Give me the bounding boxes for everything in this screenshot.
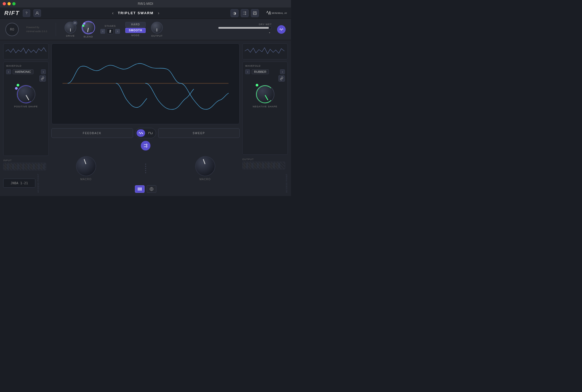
mode-smooth-button[interactable]: SMOOTH [125,28,146,33]
preset-next[interactable]: › [156,10,161,17]
divider-dot-1 [145,164,146,165]
top-right-buttons: ◑ [230,9,259,17]
mode-label: MODE [131,34,140,37]
negative-shape-mod-green [256,84,258,86]
shuffle-area [51,141,240,150]
macro2-knob[interactable] [195,156,215,176]
title-bar: Rift/1-MIDI [0,0,291,7]
positive-shape-group: POSITIVE SHAPE [6,85,46,108]
maximize-button[interactable] [12,2,16,5]
drive-knob-wrapper: 2X [65,22,76,33]
r0-badge: R0 [5,23,19,36]
macro2-group: MACRO [195,156,215,181]
left-wavefold-select: ‹ HARMONIC › [6,69,46,74]
minimal-audio-logo: MINIMAL AUDIO [265,10,287,17]
waveform-display[interactable] [51,43,240,124]
svg-rect-11 [138,187,138,191]
controls-bar: R0 Powered By minimal audio 2.0.3 2X DRI… [0,19,291,40]
stages-control: ‹ 2 › [100,28,120,34]
blend-mod-green [82,25,84,27]
right-waveform-preview [242,43,288,59]
sine-button[interactable] [277,25,286,34]
dry-wet-group: DRY WET [168,23,272,36]
theme-button[interactable]: ◑ [230,9,239,17]
svg-rect-13 [140,187,141,191]
bars-icon-button[interactable] [135,185,145,193]
close-button[interactable] [3,2,6,5]
mode-hard-button[interactable]: HARD [125,22,146,27]
dry-wet-bar[interactable] [218,27,272,29]
output-group: OUTPUT [151,22,163,37]
top-bar: RIFT ? ‹ TRIPLET SWARM › ◑ [0,7,291,19]
bottom-right-section: OUTPUT [242,158,288,169]
svg-rect-2 [254,13,256,14]
negative-shape-label: NEGATIVE SHAPE [253,105,277,108]
feedback-button[interactable]: FEEDBACK [51,128,133,138]
sweep-button[interactable]: SWEEP [158,128,240,138]
user-button[interactable] [33,9,41,17]
bottom-left-area: JNBA 1-21 ACCESS POINT [3,174,49,193]
right-wavefold-label: WAVEFOLD [245,65,261,67]
output-knob[interactable] [151,22,163,33]
mode-buttons: HARD SMOOTH [125,22,146,33]
plugin-container: RIFT ? ‹ TRIPLET SWARM › ◑ [0,7,291,196]
access-point-right-area: ACCESS POINT [242,171,288,193]
minimize-button[interactable] [7,2,11,5]
stages-inc-button[interactable]: › [115,29,120,34]
svg-point-21 [256,86,274,103]
right-wavefold-panel: WAVEFOLD ‹ RUBBER › [242,62,288,155]
right-wf-prev-button[interactable]: ‹ [245,69,250,74]
stages-value[interactable]: 2 [107,28,114,34]
shuffle-preset-button[interactable] [241,9,249,17]
right-wf-next-button[interactable]: › [280,69,285,74]
stages-dec-button[interactable]: ‹ [100,29,105,34]
bottom-icons [51,185,240,193]
right-wf-name[interactable]: RUBBER [252,69,269,74]
svg-point-16 [151,189,152,190]
negative-shape-group: NEGATIVE SHAPE [245,85,285,108]
macro2-label: MACRO [199,178,211,181]
mode-group: HARD SMOOTH MODE [125,22,146,37]
left-wf-prev-button[interactable]: ‹ [6,69,11,74]
positive-shape-label: POSITIVE SHAPE [14,105,38,108]
macro1-group: MACRO [76,156,96,181]
shuffle-button[interactable] [141,141,150,150]
target-icon-button[interactable] [147,185,156,193]
macro1-label: MACRO [80,178,92,181]
divider-dot-3 [145,168,146,169]
traffic-lights [3,2,16,5]
positive-shape-mod-purple [15,87,18,90]
macro1-knob[interactable] [76,156,96,176]
left-wavefold-panel: WAVEFOLD ‹ HARMONIC › [3,62,49,156]
blend-knob[interactable] [82,21,95,34]
positive-shape-arc [17,85,35,104]
left-link-button[interactable] [39,75,46,82]
divider-dot-2 [145,166,146,167]
left-wavefold-label: WAVEFOLD [6,65,22,67]
window-title: Rift/1-MIDI [138,2,153,6]
help-button[interactable]: ? [23,9,30,17]
stages-label: STAGES [105,25,116,27]
left-wf-name[interactable]: HARMONIC [13,69,33,74]
stages-group: STAGES ‹ 2 › [100,25,120,34]
wave-selector [135,128,156,138]
drive-group: 2X DRIVE [65,22,76,37]
input-label: INPUT [3,159,49,162]
bottom-left-section: INPUT [3,159,49,170]
svg-point-6 [269,32,270,33]
bottom-controls: FEEDBACK SWEEP [51,126,240,140]
input-meter [3,163,46,170]
left-waveform-preview [3,43,49,59]
save-button[interactable] [251,9,259,17]
right-link-button[interactable] [278,75,285,82]
svg-point-0 [36,12,38,13]
drive-knob[interactable]: 2X [65,22,76,33]
preset-prev[interactable]: ‹ [110,10,116,17]
sine-wave-button[interactable] [137,129,145,137]
square-wave-button[interactable] [146,129,155,137]
svg-text:MINIMAL AUDIO: MINIMAL AUDIO [272,12,287,14]
powered-by: Powered By minimal audio 2.0.3 [26,25,47,33]
left-wf-next-button[interactable]: › [41,69,46,74]
blend-group: BLEND [82,21,95,38]
drive-2x-badge: 2X [73,21,77,25]
